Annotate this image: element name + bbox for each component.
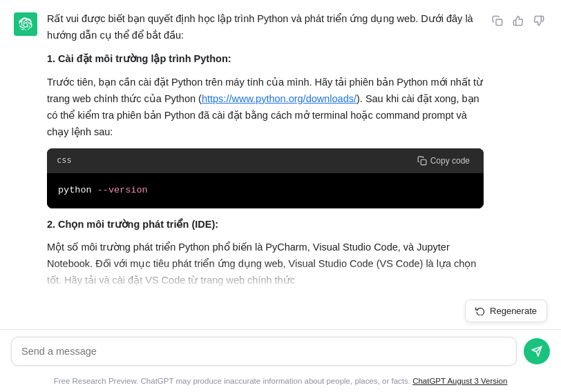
code-flag: --version — [97, 185, 148, 195]
section2-body: Một số môi trường phát triển Python phổ … — [47, 239, 484, 289]
section1-title: 1. Cài đặt môi trường lập trình Python: — [47, 51, 484, 68]
input-area — [0, 330, 561, 373]
code-block: css Copy code python — [47, 148, 484, 208]
code-block-header: css Copy code — [47, 148, 484, 173]
message-actions — [489, 11, 547, 29]
code-lang-label: css — [57, 154, 72, 168]
section1-body: Trước tiên, bạn cần cài đặt Python trên … — [47, 75, 484, 141]
code-block-body: python --version — [47, 173, 484, 208]
svg-rect-1 — [496, 19, 502, 26]
section2-body-container: Một số môi trường phát triển Python phổ … — [47, 239, 484, 289]
message-body: Rất vui được biết bạn quyết định học lập… — [47, 11, 484, 296]
thumbs-up-button[interactable] — [510, 12, 526, 29]
message-input[interactable] — [11, 337, 517, 366]
code-keyword: python — [58, 185, 92, 195]
svg-rect-0 — [421, 160, 426, 166]
assistant-message: Rất vui được biết bạn quyết định học lập… — [0, 0, 561, 303]
bottom-section: Regenerate Free Research Preview. ChatGP… — [0, 329, 561, 392]
footer-text: Free Research Preview. ChatGPT may produ… — [54, 377, 410, 385]
footer-link[interactable]: ChatGPT August 3 Version — [412, 377, 507, 385]
send-button[interactable] — [524, 338, 550, 364]
section2-title: 2. Chọn môi trường phát triển (IDE): — [47, 217, 484, 233]
copy-code-button[interactable]: Copy code — [413, 155, 474, 167]
chat-area: Rất vui được biết bạn quyết định học lập… — [0, 0, 561, 329]
copy-message-button[interactable] — [489, 12, 506, 29]
regenerate-button[interactable]: Regenerate — [465, 300, 547, 322]
copy-code-label: Copy code — [430, 156, 470, 166]
python-link[interactable]: https://www.python.org/downloads/ — [202, 93, 356, 104]
assistant-avatar — [14, 12, 37, 36]
thumbs-down-button[interactable] — [531, 12, 547, 29]
regenerate-label: Regenerate — [490, 306, 537, 316]
intro-text: Rất vui được biết bạn quyết định học lập… — [47, 11, 484, 44]
footer-bar: Free Research Preview. ChatGPT may produ… — [0, 373, 561, 392]
